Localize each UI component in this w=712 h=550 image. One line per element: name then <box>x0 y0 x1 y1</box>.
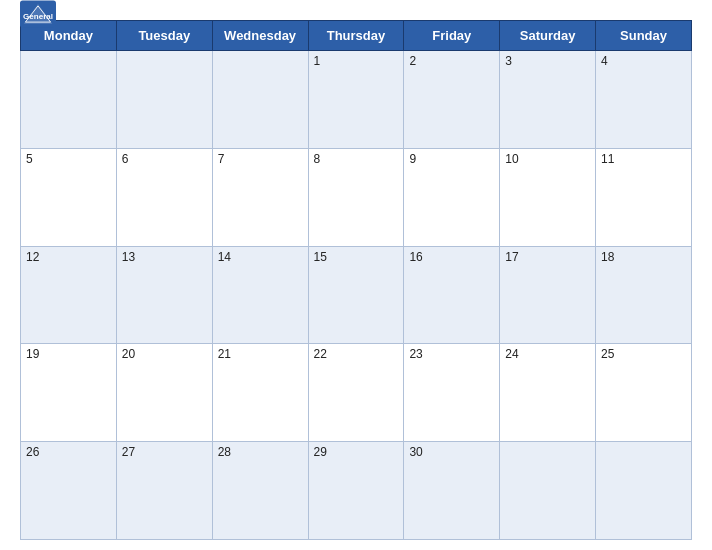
weekday-saturday: Saturday <box>500 21 596 51</box>
day-number: 13 <box>122 250 135 264</box>
calendar-cell: 16 <box>404 246 500 344</box>
calendar-cell: 11 <box>596 148 692 246</box>
day-number: 11 <box>601 152 614 166</box>
weekday-friday: Friday <box>404 21 500 51</box>
calendar-cell: 5 <box>21 148 117 246</box>
calendar-cell: 8 <box>308 148 404 246</box>
calendar-week-4: 19202122232425 <box>21 344 692 442</box>
calendar-cell <box>212 51 308 149</box>
calendar-cell: 6 <box>116 148 212 246</box>
day-number: 30 <box>409 445 422 459</box>
calendar-cell: 23 <box>404 344 500 442</box>
calendar-header: General <box>20 10 692 14</box>
day-number: 20 <box>122 347 135 361</box>
weekday-tuesday: Tuesday <box>116 21 212 51</box>
day-number: 23 <box>409 347 422 361</box>
calendar-cell: 4 <box>596 51 692 149</box>
calendar-body: 1234567891011121314151617181920212223242… <box>21 51 692 540</box>
day-number: 14 <box>218 250 231 264</box>
day-number: 3 <box>505 54 512 68</box>
calendar-cell: 22 <box>308 344 404 442</box>
day-number: 18 <box>601 250 614 264</box>
calendar-cell: 18 <box>596 246 692 344</box>
weekday-sunday: Sunday <box>596 21 692 51</box>
calendar-cell: 21 <box>212 344 308 442</box>
calendar-cell <box>116 51 212 149</box>
calendar-cell: 7 <box>212 148 308 246</box>
calendar-week-2: 567891011 <box>21 148 692 246</box>
calendar-cell: 20 <box>116 344 212 442</box>
calendar-cell: 27 <box>116 442 212 540</box>
day-number: 19 <box>26 347 39 361</box>
day-number: 22 <box>314 347 327 361</box>
calendar-cell: 9 <box>404 148 500 246</box>
day-number: 24 <box>505 347 518 361</box>
day-number: 15 <box>314 250 327 264</box>
calendar-cell: 13 <box>116 246 212 344</box>
calendar-cell: 30 <box>404 442 500 540</box>
day-number: 17 <box>505 250 518 264</box>
calendar-cell: 14 <box>212 246 308 344</box>
day-number: 29 <box>314 445 327 459</box>
calendar-cell: 10 <box>500 148 596 246</box>
calendar-cell: 29 <box>308 442 404 540</box>
day-number: 16 <box>409 250 422 264</box>
calendar-cell <box>500 442 596 540</box>
day-number: 2 <box>409 54 416 68</box>
day-number: 27 <box>122 445 135 459</box>
calendar-cell: 24 <box>500 344 596 442</box>
calendar-cell: 12 <box>21 246 117 344</box>
day-number: 6 <box>122 152 129 166</box>
calendar-cell: 2 <box>404 51 500 149</box>
day-number: 5 <box>26 152 33 166</box>
weekday-header-row: MondayTuesdayWednesdayThursdayFridaySatu… <box>21 21 692 51</box>
calendar-cell: 17 <box>500 246 596 344</box>
calendar-cell: 25 <box>596 344 692 442</box>
day-number: 26 <box>26 445 39 459</box>
calendar-cell: 3 <box>500 51 596 149</box>
day-number: 1 <box>314 54 321 68</box>
day-number: 4 <box>601 54 608 68</box>
day-number: 28 <box>218 445 231 459</box>
calendar-cell <box>21 51 117 149</box>
weekday-wednesday: Wednesday <box>212 21 308 51</box>
day-number: 10 <box>505 152 518 166</box>
logo: General <box>20 0 56 28</box>
day-number: 9 <box>409 152 416 166</box>
calendar-cell <box>596 442 692 540</box>
weekday-thursday: Thursday <box>308 21 404 51</box>
calendar-week-1: 1234 <box>21 51 692 149</box>
logo-icon: General <box>20 0 56 28</box>
day-number: 25 <box>601 347 614 361</box>
day-number: 8 <box>314 152 321 166</box>
calendar-cell: 26 <box>21 442 117 540</box>
calendar-week-5: 2627282930 <box>21 442 692 540</box>
calendar-cell: 28 <box>212 442 308 540</box>
calendar-table: MondayTuesdayWednesdayThursdayFridaySatu… <box>20 20 692 540</box>
calendar-week-3: 12131415161718 <box>21 246 692 344</box>
svg-text:General: General <box>23 12 53 21</box>
day-number: 12 <box>26 250 39 264</box>
calendar-cell: 15 <box>308 246 404 344</box>
day-number: 21 <box>218 347 231 361</box>
calendar-cell: 19 <box>21 344 117 442</box>
calendar-cell: 1 <box>308 51 404 149</box>
day-number: 7 <box>218 152 225 166</box>
